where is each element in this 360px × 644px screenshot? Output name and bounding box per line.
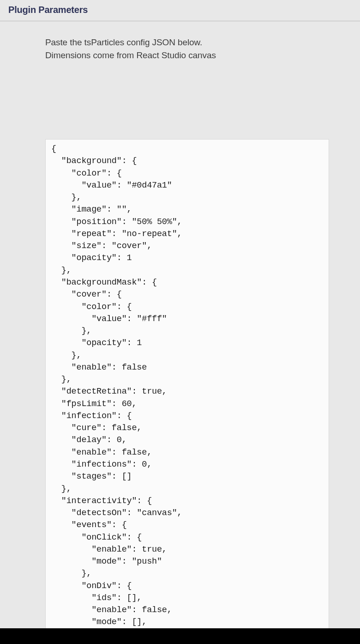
bottom-bar	[0, 628, 360, 644]
config-json-textarea[interactable]: { "background": { "color": { "value": "#…	[45, 139, 329, 641]
content-area: Paste the tsParticles config JSON below.…	[0, 21, 360, 641]
panel-header: Plugin Parameters	[0, 0, 360, 21]
instruction-line-1: Paste the tsParticles config JSON below.	[45, 37, 202, 47]
panel-title: Plugin Parameters	[8, 5, 352, 15]
config-json-content[interactable]: { "background": { "color": { "value": "#…	[46, 140, 329, 641]
instruction-line-2: Dimensions come from React Studio canvas	[45, 50, 216, 60]
instruction-text: Paste the tsParticles config JSON below.…	[45, 36, 360, 61]
